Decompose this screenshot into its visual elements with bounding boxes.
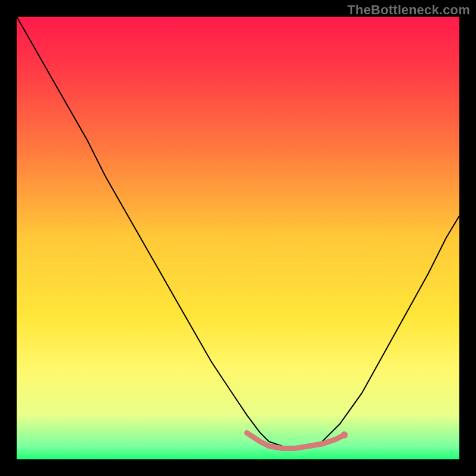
plot-area [17, 17, 459, 459]
watermark-label: TheBottleneck.com [347, 2, 470, 18]
chart-svg [17, 17, 459, 459]
optimal-end-dot [341, 431, 348, 439]
gradient-background [17, 17, 459, 459]
chart-frame: TheBottleneck.com [0, 0, 476, 476]
